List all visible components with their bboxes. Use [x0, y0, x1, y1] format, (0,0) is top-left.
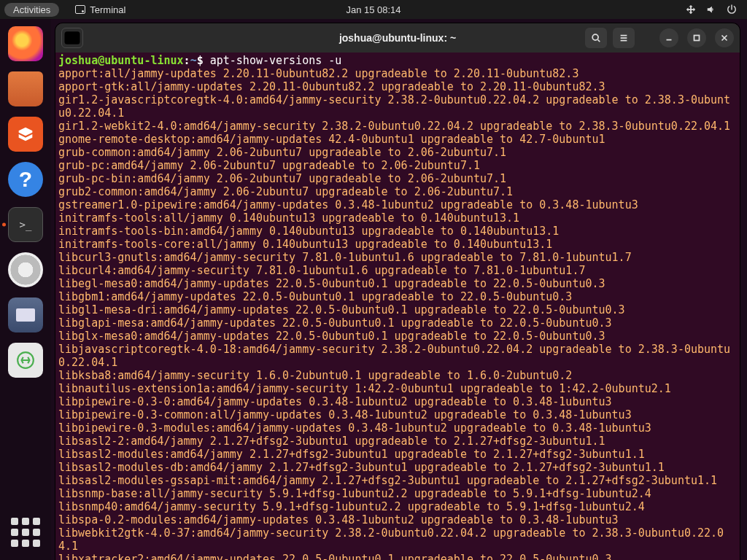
terminal-output-line: libpipewire-0.3-0:amd64/jammy-updates 0.… [58, 395, 737, 408]
system-tray[interactable] [686, 4, 747, 15]
terminal-output-line: libgbm1:amd64/jammy-updates 22.0.5-0ubun… [58, 290, 737, 303]
show-applications-button[interactable] [11, 518, 40, 547]
terminal-output-line: libspa-0.2-modules:amd64/jammy-updates 0… [58, 513, 737, 526]
dock-files[interactable] [8, 71, 43, 106]
terminal-output-line: libnautilus-extension1a:amd64/jammy-secu… [58, 382, 737, 395]
activities-button[interactable]: Activities [4, 3, 59, 17]
terminal-output-line: libsasl2-modules-db:amd64/jammy 2.1.27+d… [58, 461, 737, 474]
window-titlebar: joshua@ubuntu-linux: ~ [55, 23, 740, 52]
terminal-window: joshua@ubuntu-linux: ~ joshua@ubuntu-lin… [55, 23, 740, 560]
svg-point-1 [592, 34, 598, 40]
active-app-indicator[interactable]: Terminal [75, 4, 125, 15]
terminal-output-line: libwebkit2gtk-4.0-37:amd64/jammy-securit… [58, 526, 737, 553]
terminal-output-line: libxatracker2:amd64/jammy-updates 22.0.5… [58, 553, 737, 560]
close-button[interactable] [715, 28, 734, 47]
terminal-output-line: libglapi-mesa:amd64/jammy-updates 22.0.5… [58, 316, 737, 330]
svg-rect-2 [694, 36, 700, 41]
terminal-output-line: initramfs-tools-bin:amd64/jammy 0.140ubu… [58, 225, 737, 238]
terminal-output-line: libsasl2-modules:amd64/jammy 2.1.27+dfsg… [58, 448, 737, 461]
gnome-top-bar: Activities Terminal Jan 15 08:14 [0, 0, 747, 19]
terminal-output-line: gstreamer1.0-pipewire:amd64/jammy-update… [58, 198, 737, 211]
terminal-output-line: libgl1-mesa-dri:amd64/jammy-updates 22.0… [58, 303, 737, 316]
terminal-output-line: libcurl4:amd64/jammy-security 7.81.0-1ub… [58, 264, 737, 277]
active-indicator-dot [2, 223, 6, 227]
active-app-label: Terminal [90, 4, 125, 15]
search-button[interactable] [585, 28, 607, 48]
terminal-output-line: gir1.2-javascriptcoregtk-4.0:amd64/jammy… [58, 93, 737, 120]
terminal-output-line: libglx-mesa0:amd64/jammy-updates 22.0.5-… [58, 330, 737, 343]
terminal-output-line: libpipewire-0.3-modules:amd64/jammy-upda… [58, 421, 737, 435]
dock-trash[interactable] [8, 343, 43, 378]
clock[interactable]: Jan 15 08:14 [346, 4, 400, 15]
terminal-output-line: grub-pc-bin:amd64/jammy 2.06-2ubuntu7 up… [58, 172, 737, 185]
terminal-output-line: initramfs-tools-core:all/jammy 0.140ubun… [58, 238, 737, 251]
terminal-output-line: apport:all/jammy-updates 2.20.11-0ubuntu… [58, 67, 737, 80]
terminal-prompt-line: joshua@ubuntu-linux:~$ apt-show-versions… [58, 54, 737, 67]
terminal-output-line: gir1.2-webkit2-4.0:amd64/jammy-security … [58, 120, 737, 133]
gnome-dock: ? >_ [0, 19, 51, 560]
terminal-icon [75, 5, 85, 14]
terminal-output-line: libpipewire-0.3-common:all/jammy-updates… [58, 408, 737, 421]
new-tab-button[interactable] [61, 28, 83, 48]
svg-rect-0 [65, 31, 80, 44]
terminal-output-line: libsnmp-base:all/jammy-security 5.9.1+df… [58, 487, 737, 500]
terminal-output-line: libegl-mesa0:amd64/jammy-updates 22.0.5-… [58, 277, 737, 290]
dock-software[interactable] [8, 117, 43, 152]
dock-screenshot[interactable] [8, 298, 43, 332]
terminal-output-line: initramfs-tools:all/jammy 0.140ubuntu13 … [58, 211, 737, 225]
terminal-output-line: libsasl2-2:amd64/jammy 2.1.27+dfsg2-3ubu… [58, 435, 737, 448]
network-icon [686, 4, 696, 15]
dock-terminal[interactable]: >_ [8, 207, 43, 242]
terminal-output-line: libjavascriptcoregtk-4.0-18:amd64/jammy-… [58, 343, 737, 369]
terminal-output-line: grub-pc:amd64/jammy 2.06-2ubuntu7 upgrad… [58, 159, 737, 172]
window-title: joshua@ubuntu-linux: ~ [339, 32, 456, 44]
dock-help[interactable]: ? [8, 162, 43, 197]
volume-icon [706, 4, 716, 15]
terminal-output-line: grub2-common:amd64/jammy 2.06-2ubuntu7 u… [58, 185, 737, 198]
dock-firefox[interactable] [8, 26, 43, 61]
hamburger-menu-button[interactable] [613, 28, 635, 48]
terminal-output-line: libsnmp40:amd64/jammy-security 5.9.1+dfs… [58, 500, 737, 513]
terminal-output-line: apport-gtk:all/jammy-updates 2.20.11-0ub… [58, 80, 737, 93]
terminal-output-area[interactable]: joshua@ubuntu-linux:~$ apt-show-versions… [55, 52, 740, 560]
minimize-button[interactable] [659, 28, 678, 47]
maximize-button[interactable] [687, 28, 706, 47]
terminal-output-line: libksba8:amd64/jammy-security 1.6.0-2ubu… [58, 369, 737, 382]
terminal-output-line: gnome-remote-desktop:amd64/jammy-updates… [58, 133, 737, 146]
terminal-output-line: libsasl2-modules-gssapi-mit:amd64/jammy … [58, 474, 737, 487]
terminal-output-line: grub-common:amd64/jammy 2.06-2ubuntu7 up… [58, 146, 737, 159]
power-icon [727, 4, 737, 15]
dock-removable-disk[interactable] [8, 252, 43, 287]
terminal-output-line: libcurl3-gnutls:amd64/jammy-security 7.8… [58, 251, 737, 264]
